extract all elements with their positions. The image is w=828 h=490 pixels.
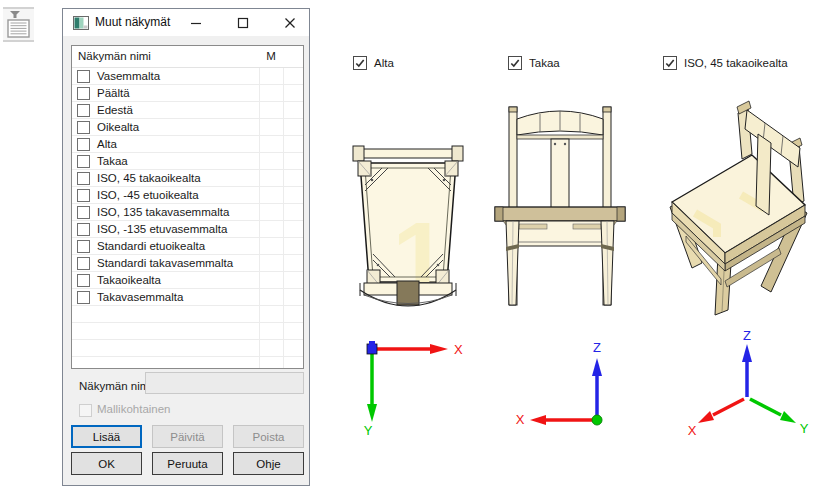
y-axis-arrow: Y [750, 399, 809, 436]
axis-triad-alta: X Y [348, 334, 468, 438]
view-row-checkbox[interactable] [77, 257, 90, 270]
svg-text:Z: Z [743, 330, 751, 343]
view-list-row[interactable]: Edestä [72, 102, 303, 119]
view-row-checkbox[interactable] [77, 172, 90, 185]
view-row-label: Takaa [97, 155, 128, 167]
view-row-checkbox[interactable] [77, 223, 90, 236]
axis-triad-takaa: Z X [508, 332, 613, 436]
view-row-label: Oikealta [97, 121, 139, 133]
checkmark-icon [354, 57, 366, 69]
view-label-iso45: ISO, 45 takaoikealta [684, 57, 788, 69]
dialog-title: Muut näkymät [95, 9, 170, 36]
z-axis-origin-marker [367, 341, 377, 354]
close-icon [284, 17, 296, 29]
maximize-button[interactable] [228, 9, 258, 36]
view-list-row[interactable]: ISO, -45 etuoikealta [72, 187, 303, 204]
view-checkbox-alta[interactable] [353, 56, 367, 70]
minimize-button[interactable] [181, 9, 211, 36]
chair-bottom-view: 1 [350, 144, 466, 322]
chair-back-view [492, 95, 628, 310]
axis-triad-iso: Z X Y [682, 330, 822, 445]
view-name-list[interactable]: Näkymän nimi M Vasemmalta Päältä Edestä … [71, 45, 304, 369]
view-checkbox-iso45[interactable] [663, 56, 677, 70]
cancel-button[interactable]: Peruuta [152, 452, 223, 475]
view-list-row[interactable]: ISO, 45 takaoikealta [72, 170, 303, 187]
view-list-row[interactable]: Takaa [72, 153, 303, 170]
x-axis-arrow: X [516, 412, 593, 427]
svg-text:X: X [688, 423, 697, 438]
chair-iso-view [655, 95, 823, 325]
view-row-checkbox[interactable] [77, 274, 90, 287]
view-list-rows: Vasemmalta Päältä Edestä Oikealta Alta T… [72, 68, 303, 368]
dialog-title-bar[interactable]: Muut näkymät [63, 9, 309, 36]
view-row-label: ISO, -135 etuvasemmalta [97, 223, 227, 235]
view-row-checkbox[interactable] [77, 138, 90, 151]
view-row-label: Standardi takavasemmalta [97, 257, 233, 269]
checkmark-icon [664, 57, 676, 69]
view-label-alta: Alta [374, 57, 394, 69]
model-specific-label: Mallikohtainen [97, 403, 171, 415]
model-specific-checkbox [79, 404, 92, 417]
image-thumbnail-icon [73, 16, 89, 30]
app-canvas: { "toolbar": { "sheet_button_icon": "doc… [0, 0, 828, 490]
help-button[interactable]: Ohje [233, 452, 304, 475]
view-checkbox-takaa[interactable] [508, 56, 522, 70]
svg-text:Z: Z [593, 340, 601, 355]
minimize-icon [190, 17, 202, 29]
view-row-label: Alta [97, 138, 117, 150]
view-name-field-label: Näkymän nimi [79, 380, 152, 392]
document-sheet-icon [6, 10, 32, 40]
view-name-input[interactable] [145, 372, 304, 394]
svg-text:Y: Y [800, 421, 809, 436]
view-list-row[interactable]: Alta [72, 136, 303, 153]
view-list-row[interactable]: Oikealta [72, 119, 303, 136]
view-list-row[interactable]: ISO, 135 takavasemmalta [72, 204, 303, 221]
view-label-takaa: Takaa [529, 57, 560, 69]
x-axis-arrow: X [688, 399, 744, 438]
checkmark-icon [509, 57, 521, 69]
svg-text:X: X [516, 412, 525, 427]
y-axis-origin-marker [592, 415, 602, 425]
x-axis-arrow: X [376, 342, 463, 357]
view-row-checkbox[interactable] [77, 104, 90, 117]
sheet-thumbnail-button[interactable] [3, 7, 34, 42]
view-row-checkbox[interactable] [77, 121, 90, 134]
delete-button: Poista [233, 425, 304, 448]
update-button: Päivitä [152, 425, 223, 448]
svg-text:Y: Y [364, 423, 373, 438]
view-list-row[interactable]: Päältä [72, 85, 303, 102]
close-button[interactable] [275, 9, 305, 36]
view-row-label: Vasemmalta [97, 70, 160, 82]
view-list-row[interactable]: Takavasemmalta [72, 289, 303, 306]
y-axis-arrow: Y [364, 353, 377, 438]
view-row-label: Standardi etuoikealta [97, 240, 205, 252]
z-axis-arrow: Z [592, 340, 602, 416]
view-row-checkbox[interactable] [77, 240, 90, 253]
view-list-row[interactable]: Standardi takavasemmalta [72, 255, 303, 272]
view-row-checkbox[interactable] [77, 155, 90, 168]
view-row-label: Edestä [97, 104, 133, 116]
view-list-row[interactable]: Standardi etuoikealta [72, 238, 303, 255]
view-row-checkbox[interactable] [77, 206, 90, 219]
other-views-dialog: Muut näkymät Näkymän nimi M Vase [62, 8, 310, 486]
list-header: Näkymän nimi M [72, 46, 303, 68]
view-row-label: ISO, -45 etuoikealta [97, 189, 199, 201]
view-row-checkbox[interactable] [77, 189, 90, 202]
header-view-name: Näkymän nimi [78, 46, 151, 67]
maximize-icon [237, 17, 249, 29]
header-m-column: M [259, 46, 283, 67]
view-row-checkbox[interactable] [77, 70, 90, 83]
view-row-checkbox[interactable] [77, 291, 90, 304]
ok-button[interactable]: OK [71, 452, 142, 475]
view-list-row[interactable]: Vasemmalta [72, 68, 303, 85]
view-row-label: ISO, 45 takaoikealta [97, 172, 201, 184]
view-row-label: Takavasemmalta [97, 291, 183, 303]
svg-text:X: X [454, 342, 463, 357]
view-list-row[interactable]: Takaoikealta [72, 272, 303, 289]
view-row-label: Päältä [97, 87, 130, 99]
view-row-checkbox[interactable] [77, 87, 90, 100]
view-row-label: ISO, 135 takavasemmalta [97, 206, 229, 218]
view-list-row[interactable]: ISO, -135 etuvasemmalta [72, 221, 303, 238]
add-button[interactable]: Lisää [71, 425, 142, 448]
z-axis-arrow: Z [742, 330, 752, 397]
